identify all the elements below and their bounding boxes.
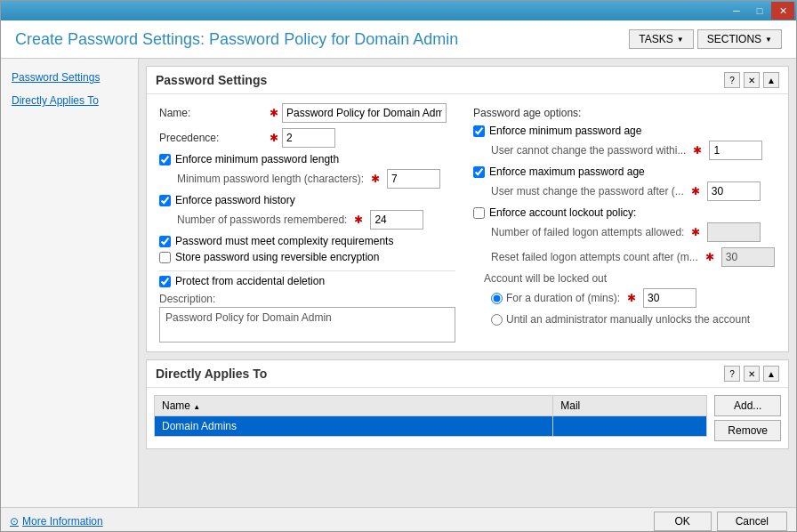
header: Create Password Settings: Password Polic…: [1, 20, 796, 59]
sidebar-item-password-settings[interactable]: Password Settings: [1, 66, 138, 89]
sections-dropdown-arrow: ▼: [765, 36, 772, 44]
enforce-min-length-label: Enforce minimum password length: [175, 153, 339, 165]
enforce-min-age-checkbox[interactable]: [473, 125, 485, 137]
name-input[interactable]: [282, 103, 447, 123]
ok-button[interactable]: OK: [654, 512, 712, 531]
more-info-label: More Information: [22, 515, 103, 528]
add-button[interactable]: Add...: [714, 395, 781, 416]
panel-controls: ? ✕ ▲: [724, 72, 779, 88]
complexity-label: Password must meet complexity requiremen…: [175, 235, 393, 247]
reset-row: Reset failed logon attempts count after …: [491, 247, 776, 267]
reset-required: ✱: [705, 251, 714, 263]
max-age-input[interactable]: [707, 181, 761, 201]
description-label: Description:: [159, 293, 455, 305]
enforce-history-checkbox[interactable]: [159, 195, 171, 206]
precedence-input[interactable]: [282, 128, 335, 148]
enforce-min-length-row: Enforce minimum password length: [159, 153, 455, 165]
page-title: Create Password Settings: Password Polic…: [15, 30, 458, 49]
dat-table-header-row: Name ▲ Mail: [155, 396, 707, 416]
enforce-history-label: Enforce password history: [175, 194, 295, 206]
min-age-sub-label: User cannot change the password withi...: [491, 144, 686, 157]
dat-help-icon[interactable]: ?: [724, 366, 740, 382]
min-length-required: ✱: [371, 173, 380, 185]
name-label: Name:: [159, 107, 266, 119]
cancel-button[interactable]: Cancel: [717, 512, 787, 531]
history-required: ✱: [354, 214, 363, 226]
duration-label: For a duration of (mins):: [506, 292, 620, 304]
sort-arrow-icon: ▲: [193, 403, 200, 411]
min-length-sub-row: Minimum password length (characters): ✱: [177, 169, 455, 189]
more-info-link[interactable]: ⊙ More Information: [10, 515, 103, 528]
col-mail[interactable]: Mail: [553, 396, 707, 416]
history-sub-row: Number of passwords remembered: ✱: [177, 210, 455, 230]
dat-close-icon[interactable]: ✕: [744, 366, 760, 382]
content-area: Password Settings ? ✕ ▲ Name: ✱: [139, 59, 796, 507]
protect-checkbox[interactable]: [159, 276, 171, 287]
admin-unlock-row: Until an administrator manually unlocks …: [491, 313, 776, 326]
table-row[interactable]: Domain Admins: [155, 416, 707, 437]
precedence-required: ✱: [270, 132, 278, 144]
min-age-required: ✱: [693, 144, 702, 157]
complexity-checkbox[interactable]: [159, 236, 171, 247]
lockout-checkbox[interactable]: [473, 207, 485, 219]
duration-input[interactable]: [643, 288, 696, 308]
two-col-layout: Name: ✱ Precedence: ✱: [159, 103, 776, 343]
history-input[interactable]: [370, 210, 423, 230]
min-length-sub-label: Minimum password length (characters):: [177, 173, 364, 185]
enforce-min-age-label: Enforce minimum password age: [489, 125, 641, 137]
reset-input[interactable]: [721, 247, 775, 267]
panel-collapse-icon[interactable]: ▲: [763, 72, 779, 88]
description-box[interactable]: Password Policy for Domain Admin: [159, 307, 455, 343]
sidebar: Password Settings Directly Applies To: [1, 59, 139, 507]
duration-radio[interactable]: [491, 293, 503, 304]
history-sub-label: Number of passwords remembered:: [177, 214, 347, 226]
enforce-min-age-row: Enforce minimum password age: [473, 125, 776, 137]
panel-close-icon[interactable]: ✕: [744, 72, 760, 88]
precedence-label: Precedence:: [159, 132, 266, 144]
reversible-row: Store password using reversible encrypti…: [159, 251, 455, 263]
row-name-cell: Domain Admins: [155, 416, 553, 437]
protect-row: Protect from accidental deletion: [159, 275, 455, 287]
min-age-sub-row: User cannot change the password withi...…: [491, 141, 776, 160]
password-settings-panel: Password Settings ? ✕ ▲ Name: ✱: [146, 66, 789, 352]
tasks-dropdown-arrow: ▼: [677, 36, 684, 44]
description-section: Description: Password Policy for Domain …: [159, 293, 455, 343]
col-name[interactable]: Name ▲: [155, 396, 553, 416]
dat-panel-title: Directly Applies To: [156, 367, 267, 381]
min-age-input[interactable]: [709, 141, 762, 160]
row-mail-cell: [553, 416, 707, 437]
close-button[interactable]: ✕: [771, 2, 794, 20]
reversible-label: Store password using reversible encrypti…: [175, 251, 379, 263]
password-settings-body: Name: ✱ Precedence: ✱: [147, 94, 788, 351]
remove-button[interactable]: Remove: [714, 420, 781, 441]
tasks-button[interactable]: TASKS ▼: [629, 29, 693, 49]
dat-panel-body: Name ▲ Mail Domain Admins: [147, 388, 788, 448]
header-action-buttons: TASKS ▼ SECTIONS ▼: [629, 29, 782, 49]
sections-button[interactable]: SECTIONS ▼: [697, 29, 782, 49]
failed-attempts-required: ✱: [691, 226, 700, 238]
sidebar-item-directly-applies-to[interactable]: Directly Applies To: [1, 89, 138, 112]
dat-table-container: Name ▲ Mail Domain Admins: [154, 395, 707, 441]
bottom-bar: ⊙ More Information OK Cancel: [1, 507, 796, 532]
help-icon[interactable]: ?: [724, 72, 740, 88]
failed-attempts-label: Number of failed logon attempts allowed:: [491, 226, 684, 238]
duration-row: For a duration of (mins): ✱: [491, 288, 776, 308]
max-age-sub-row: User must change the password after (...…: [491, 181, 776, 201]
dat-collapse-icon[interactable]: ▲: [763, 366, 779, 382]
failed-attempts-input[interactable]: [707, 222, 761, 242]
enforce-max-age-checkbox[interactable]: [473, 166, 485, 178]
max-age-required: ✱: [691, 185, 700, 197]
duration-required: ✱: [627, 292, 636, 304]
minimize-button[interactable]: ─: [725, 2, 748, 20]
admin-unlock-radio[interactable]: [491, 314, 503, 326]
complexity-row: Password must meet complexity requiremen…: [159, 235, 455, 247]
directly-applies-to-panel: Directly Applies To ? ✕ ▲ Name ▲: [146, 359, 789, 449]
maximize-button[interactable]: □: [748, 2, 771, 20]
enforce-max-age-row: Enforce maximum password age: [473, 165, 776, 178]
max-age-sub-label: User must change the password after (...: [491, 185, 684, 197]
enforce-min-length-checkbox[interactable]: [159, 154, 171, 165]
right-column: Password age options: Enforce minimum pa…: [473, 103, 776, 343]
reversible-checkbox[interactable]: [159, 252, 171, 263]
min-length-input[interactable]: [387, 169, 440, 189]
bottom-buttons: OK Cancel: [654, 512, 787, 531]
